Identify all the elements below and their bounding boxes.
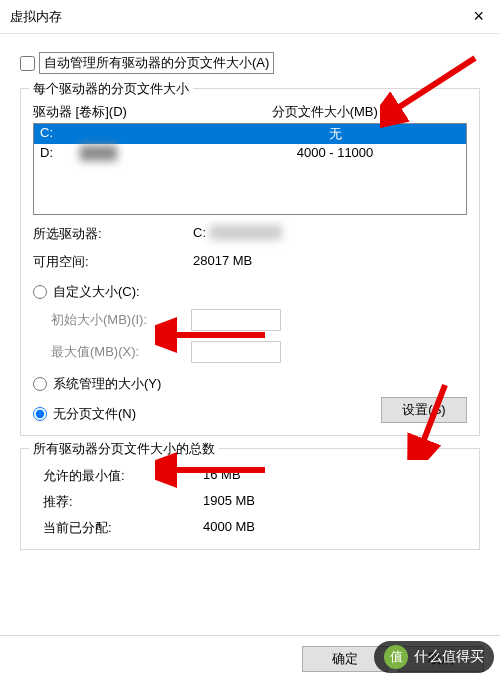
initial-size-label: 初始大小(MB)(I): <box>51 311 191 329</box>
selected-drive-label: 所选驱动器: <box>33 225 193 243</box>
no-paging-label[interactable]: 无分页文件(N) <box>53 405 136 423</box>
auto-manage-checkbox[interactable] <box>20 56 35 71</box>
cur-label: 当前已分配: <box>43 519 203 537</box>
system-managed-radio[interactable] <box>33 377 47 391</box>
available-space-label: 可用空间: <box>33 253 193 271</box>
selected-drive-row: 所选驱动器: C: xxxxx <box>33 225 467 243</box>
system-managed-row: 系统管理的大小(Y) <box>33 375 467 393</box>
drive-list-header: 驱动器 [卷标](D) 分页文件大小(MB) <box>33 103 467 121</box>
watermark: 值 什么值得买 <box>374 641 494 673</box>
watermark-text: 什么值得买 <box>414 648 484 666</box>
totals-group: 所有驱动器分页文件大小的总数 允许的最小值:16 MB 推荐:1905 MB 当… <box>20 448 480 550</box>
max-size-label: 最大值(MB)(X): <box>51 343 191 361</box>
drive-list[interactable]: C: 无 D: ████ 4000 - 11000 <box>33 123 467 215</box>
set-button[interactable]: 设置(S) <box>381 397 467 423</box>
max-size-input[interactable] <box>191 341 281 363</box>
totals-legend: 所有驱动器分页文件大小的总数 <box>29 440 219 458</box>
custom-size-inputs: 初始大小(MB)(I): 最大值(MB)(X): <box>51 309 467 363</box>
rec-value: 1905 MB <box>203 493 255 511</box>
auto-manage-row: 自动管理所有驱动器的分页文件大小(A) <box>20 52 480 74</box>
per-drive-legend: 每个驱动器的分页文件大小 <box>29 80 193 98</box>
available-space-value: 28017 MB <box>193 253 467 271</box>
per-drive-group: 每个驱动器的分页文件大小 驱动器 [卷标](D) 分页文件大小(MB) C: 无… <box>20 88 480 436</box>
titlebar: 虚拟内存 × <box>0 0 500 34</box>
header-drive: 驱动器 [卷标](D) <box>33 103 272 121</box>
close-icon[interactable]: × <box>467 6 490 27</box>
dialog-content: 自动管理所有驱动器的分页文件大小(A) 每个驱动器的分页文件大小 驱动器 [卷标… <box>0 34 500 550</box>
system-managed-label[interactable]: 系统管理的大小(Y) <box>53 375 161 393</box>
rec-label: 推荐: <box>43 493 203 511</box>
selected-drive-value: C: xxxxx <box>193 225 467 243</box>
initial-size-input[interactable] <box>191 309 281 331</box>
min-value: 16 MB <box>203 467 241 485</box>
custom-size-radio-row: 自定义大小(C): <box>33 283 467 301</box>
header-size: 分页文件大小(MB) <box>272 103 467 121</box>
cur-value: 4000 MB <box>203 519 255 537</box>
watermark-badge-icon: 值 <box>384 645 408 669</box>
min-label: 允许的最小值: <box>43 467 203 485</box>
auto-manage-label[interactable]: 自动管理所有驱动器的分页文件大小(A) <box>39 52 274 74</box>
available-space-row: 可用空间: 28017 MB <box>33 253 467 271</box>
list-item[interactable]: D: ████ 4000 - 11000 <box>34 144 466 161</box>
no-paging-radio[interactable] <box>33 407 47 421</box>
custom-size-radio[interactable] <box>33 285 47 299</box>
custom-size-label[interactable]: 自定义大小(C): <box>53 283 140 301</box>
list-item[interactable]: C: 无 <box>34 124 466 144</box>
window-title: 虚拟内存 <box>10 8 467 26</box>
